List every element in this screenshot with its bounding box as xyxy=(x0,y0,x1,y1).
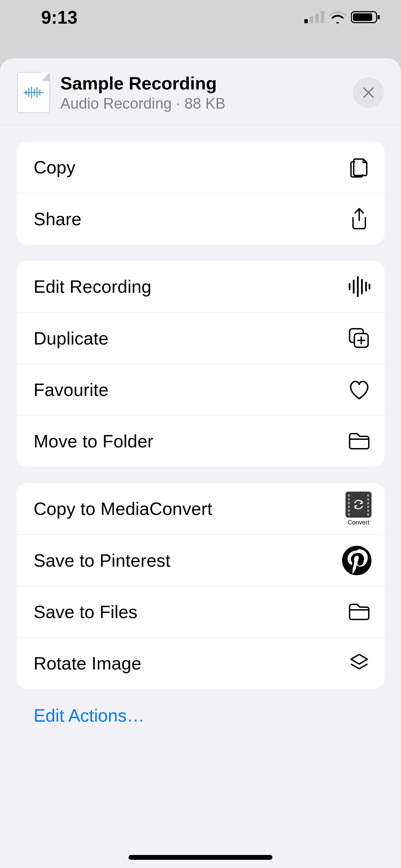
share-row[interactable]: Share xyxy=(16,193,385,244)
row-label: Edit Recording xyxy=(34,276,151,297)
file-title: Sample Recording xyxy=(60,73,353,94)
cellular-icon xyxy=(304,11,324,23)
svg-rect-0 xyxy=(304,19,308,23)
row-label: Favourite xyxy=(34,379,109,400)
header-text: Sample Recording Audio Recording · 88 KB xyxy=(60,73,353,112)
action-group: Edit Recording Duplicate xyxy=(16,261,385,467)
wifi-icon xyxy=(329,11,346,23)
folder-icon xyxy=(347,429,372,454)
action-groups: Copy Share xyxy=(0,125,401,726)
file-thumbnail xyxy=(17,72,50,113)
save-files-row[interactable]: Save to Files xyxy=(16,586,385,637)
mediaconvert-caption: Convert xyxy=(348,519,369,526)
close-icon xyxy=(362,86,375,99)
shortcut-icon xyxy=(347,651,372,676)
svg-rect-5 xyxy=(353,13,372,21)
folder-icon xyxy=(347,600,372,624)
row-label: Duplicate xyxy=(34,328,109,349)
edit-actions-link[interactable]: Edit Actions… xyxy=(16,705,385,726)
mediaconvert-row[interactable]: Copy to MediaConvert Convert xyxy=(16,483,385,534)
action-group: Copy to MediaConvert Convert Save to Pin… xyxy=(16,483,385,689)
row-label: Copy xyxy=(34,157,75,178)
battery-icon xyxy=(351,10,380,24)
close-button[interactable] xyxy=(353,77,384,108)
share-sheet: Sample Recording Audio Recording · 88 KB… xyxy=(0,58,401,868)
home-indicator xyxy=(129,855,272,860)
pinterest-icon xyxy=(342,546,372,575)
waveform-icon xyxy=(347,274,372,299)
duplicate-icon xyxy=(347,326,372,351)
edit-recording-row[interactable]: Edit Recording xyxy=(16,261,385,312)
row-label: Copy to MediaConvert xyxy=(34,498,212,519)
row-label: Save to Files xyxy=(34,602,137,622)
status-time: 9:13 xyxy=(41,7,77,28)
pinterest-row[interactable]: Save to Pinterest xyxy=(16,534,385,586)
row-label: Save to Pinterest xyxy=(34,550,170,571)
row-label: Share xyxy=(34,209,82,229)
heart-icon xyxy=(347,377,372,402)
row-label: Move to Folder xyxy=(34,431,154,451)
favourite-row[interactable]: Favourite xyxy=(16,364,385,415)
duplicate-row[interactable]: Duplicate xyxy=(16,312,385,364)
sheet-header: Sample Recording Audio Recording · 88 KB xyxy=(0,58,401,125)
status-bar: 9:13 xyxy=(0,0,401,34)
share-icon xyxy=(347,207,372,231)
svg-rect-3 xyxy=(321,11,324,23)
svg-rect-6 xyxy=(378,15,380,19)
svg-rect-1 xyxy=(310,16,313,23)
mediaconvert-icon: Convert xyxy=(345,492,372,526)
copy-row[interactable]: Copy xyxy=(16,142,385,193)
copy-icon xyxy=(347,155,372,180)
row-label: Rotate Image xyxy=(34,653,142,674)
move-folder-row[interactable]: Move to Folder xyxy=(16,415,385,467)
svg-rect-2 xyxy=(315,14,319,23)
rotate-image-row[interactable]: Rotate Image xyxy=(16,637,385,689)
file-subtitle: Audio Recording · 88 KB xyxy=(60,95,353,112)
status-icons xyxy=(304,10,380,24)
action-group: Copy Share xyxy=(16,142,385,244)
